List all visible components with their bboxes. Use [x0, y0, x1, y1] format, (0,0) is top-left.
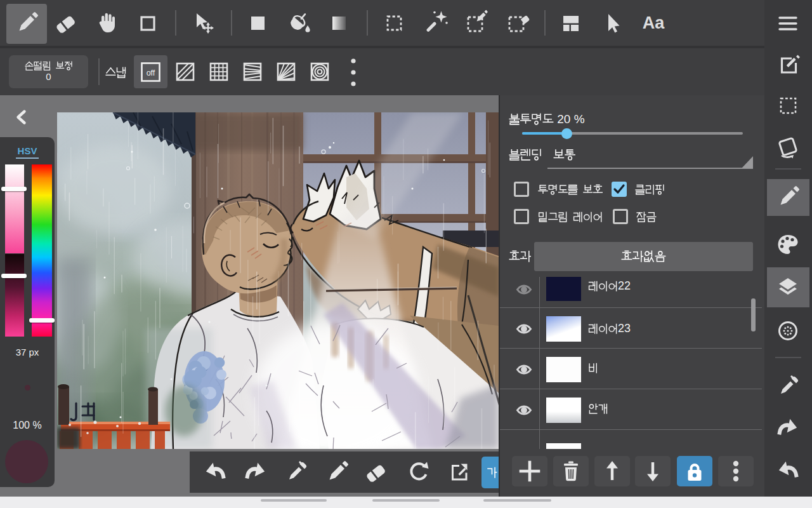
svg-text:off: off [147, 69, 155, 77]
